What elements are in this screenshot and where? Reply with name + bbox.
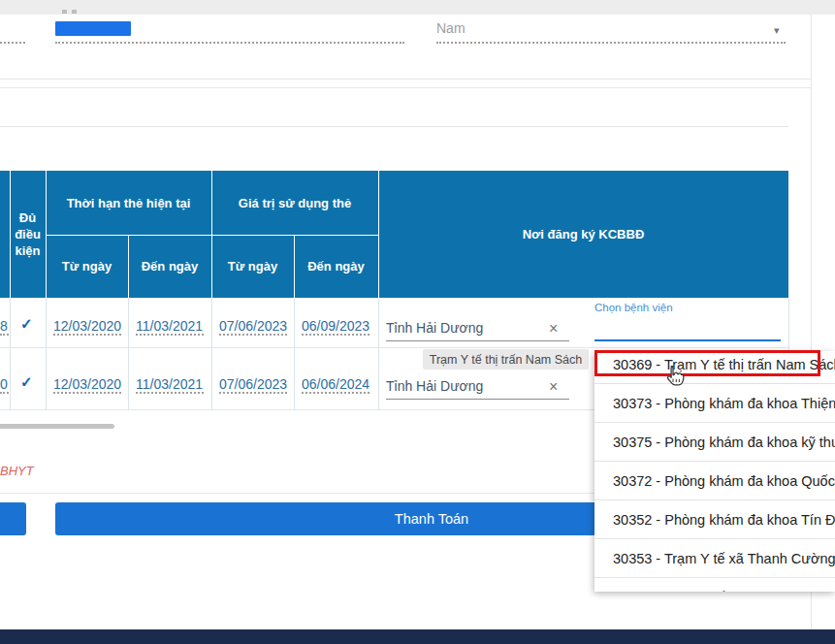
tooltip: Trạm Y tế thị trấn Nam Sách: [423, 349, 589, 370]
divider: [0, 79, 811, 80]
col-header-from-date: Từ ngày: [46, 235, 128, 298]
input-underline: [219, 334, 287, 336]
screen: Nam ▾ Đủ điều kiện Thời hạn thẻ hiện tại…: [0, 0, 835, 644]
column-separator: [10, 298, 11, 409]
eligible-check-icon: ✓: [20, 315, 33, 333]
top-bar: [0, 0, 835, 15]
divider: [0, 87, 811, 88]
hospital-dropdown: 30369 - Trạm Y tế thị trấn Nam Sách 3037…: [594, 351, 835, 592]
registration-input[interactable]: Tỉnh Hải Dương: [386, 378, 483, 394]
input-underline: [386, 340, 569, 341]
column-separator: [378, 298, 379, 409]
valid-to-input[interactable]: 06/06/2024: [302, 376, 369, 392]
dropdown-item[interactable]: 30353 - Trạm Y tế xã Thanh Cường: [594, 539, 835, 578]
column-separator: [128, 298, 129, 409]
column-separator: [211, 298, 212, 409]
gender-select[interactable]: Nam: [436, 20, 466, 36]
input-underline: [219, 392, 287, 394]
chevron-down-icon[interactable]: ▾: [774, 24, 780, 37]
clear-icon[interactable]: ×: [549, 380, 558, 394]
valid-from-input[interactable]: 07/06/2023: [219, 318, 287, 334]
partial-id-cell: 8: [0, 318, 9, 334]
column-separator: [46, 298, 47, 409]
input-underline: [386, 399, 569, 400]
registration-input[interactable]: Tỉnh Hải Dương: [386, 320, 483, 336]
input-underline: [53, 334, 121, 336]
col-header-card-validity: Giá trị sử dụng thẻ: [211, 171, 378, 235]
dropdown-item[interactable]: 30373 - Phòng khám đa khoa Thiện Tâm: [594, 384, 835, 423]
partial-id-cell: 0: [0, 376, 9, 392]
input-underline: [302, 334, 369, 336]
hand-cursor-icon: [663, 365, 686, 391]
dropdown-item[interactable]: 30354 - Trạm Y tế xã Thanh Khê: [594, 578, 835, 592]
left-action-button[interactable]: [0, 502, 26, 535]
annotation-highlight-box: [594, 350, 820, 376]
term-to-input[interactable]: 11/03/2021: [136, 376, 203, 392]
term-to-input[interactable]: 11/03/2021: [136, 318, 203, 334]
selected-text-highlight[interactable]: [55, 21, 131, 36]
col-header-to-date: Đến ngày: [294, 235, 378, 298]
note-text: BHYT: [0, 464, 34, 478]
input-underline: [136, 392, 204, 394]
col-header-from-date: Từ ngày: [211, 235, 294, 298]
col-header-registration-place: Nơi đăng ký KCBBĐ: [378, 171, 788, 298]
valid-to-input[interactable]: 06/09/2023: [302, 318, 369, 334]
input-underline: [302, 392, 369, 394]
input-underline: [53, 392, 121, 394]
input-underline: [0, 42, 25, 44]
dropdown-item[interactable]: 30352 - Phòng khám đa khoa Tín Đức (B: [594, 500, 835, 539]
input-underline: [436, 42, 786, 44]
gender-value: Nam: [436, 20, 466, 36]
bottom-bar: [0, 629, 835, 644]
choose-hospital-label: Chọn bệnh viện: [594, 302, 673, 313]
input-underline: [0, 334, 9, 336]
col-header-current-term: Thời hạn thẻ hiện tại: [46, 171, 211, 235]
clipped-text-fragment: [72, 10, 77, 14]
hospital-dropdown-list: 30369 - Trạm Y tế thị trấn Nam Sách 3037…: [594, 351, 835, 592]
hospital-input-focused[interactable]: [594, 339, 781, 341]
col-header-eligibility: Đủ điều kiện: [10, 171, 46, 298]
row-separator: [0, 347, 788, 348]
column-separator: [294, 298, 295, 409]
eligible-check-icon: ✓: [20, 373, 33, 391]
term-from-input[interactable]: 12/03/2020: [53, 376, 121, 392]
horizontal-scrollbar[interactable]: [0, 424, 114, 429]
input-underline: [55, 42, 404, 44]
clear-icon[interactable]: ×: [549, 322, 558, 336]
input-underline: [136, 334, 204, 336]
term-from-input[interactable]: 12/03/2020: [53, 318, 121, 334]
valid-from-input[interactable]: 07/06/2023: [219, 376, 287, 392]
divider: [0, 126, 788, 127]
input-underline: [0, 392, 9, 394]
dropdown-item[interactable]: 30372 - Phòng khám đa khoa Quốc tế Th: [594, 462, 835, 500]
dropdown-item[interactable]: 30375 - Phòng khám đa khoa kỹ thuật cao: [594, 423, 835, 462]
clipped-text-fragment: [62, 10, 67, 14]
col-header-to-date: Đến ngày: [128, 235, 211, 298]
